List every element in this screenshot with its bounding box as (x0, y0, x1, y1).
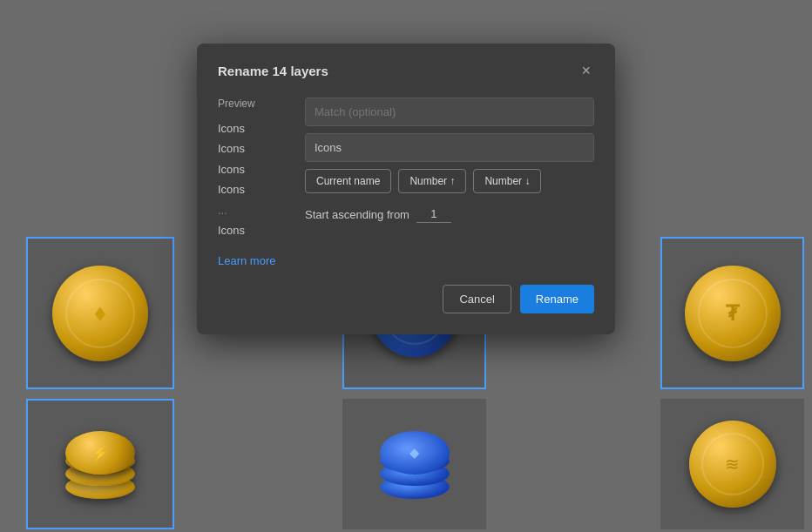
rename-button[interactable]: Rename (520, 285, 594, 313)
number-asc-button[interactable]: Number ↑ (398, 169, 466, 193)
modal-body: Preview Icons Icons Icons Icons ... Icon… (218, 98, 594, 267)
modal-footer: Cancel Rename (218, 285, 594, 313)
preview-item-3: Icons (218, 159, 288, 179)
modal-title: Rename 14 layers (218, 64, 328, 78)
preview-column: Preview Icons Icons Icons Icons ... Icon… (218, 98, 288, 267)
modal-overlay: Rename 14 layers × Preview Icons Icons I… (0, 0, 812, 532)
preview-item-2: Icons (218, 138, 288, 158)
cancel-button[interactable]: Cancel (443, 285, 511, 313)
start-row: Start ascending from (305, 205, 594, 223)
preview-ellipsis: ... (218, 200, 288, 220)
preview-label: Preview (218, 98, 288, 110)
rename-modal: Rename 14 layers × Preview Icons Icons I… (197, 44, 615, 334)
start-number-input[interactable] (416, 205, 451, 223)
current-name-button[interactable]: Current name (305, 169, 391, 193)
preview-item-1: Icons (218, 118, 288, 138)
preview-item-5: Icons (218, 220, 288, 240)
learn-more-link[interactable]: Learn more (218, 254, 288, 267)
modal-header: Rename 14 layers × (218, 61, 594, 80)
start-label: Start ascending from (305, 208, 409, 221)
match-input[interactable] (305, 98, 594, 126)
controls-column: Current name Number ↑ Number ↓ Start asc… (305, 98, 594, 267)
rename-input[interactable] (305, 133, 594, 162)
naming-options: Current name Number ↑ Number ↓ (305, 169, 594, 193)
number-desc-button[interactable]: Number ↓ (473, 169, 541, 193)
preview-item-4: Icons (218, 179, 288, 199)
close-button[interactable]: × (578, 61, 594, 80)
